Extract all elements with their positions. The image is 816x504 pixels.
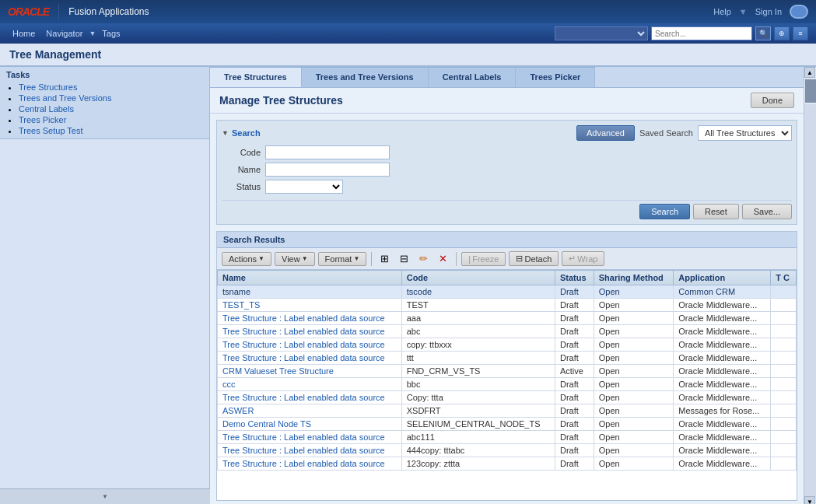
nav-search-input[interactable]: [651, 26, 752, 40]
table-header-row: Name Code Status Sharing Method Applicat…: [218, 271, 797, 285]
tab-tree-structures[interactable]: Tree Structures: [210, 67, 302, 87]
sidebar-item-tree-structures[interactable]: Tree Structures: [19, 82, 77, 92]
nav-search-area: 🔍 ⊕ ≡: [555, 26, 808, 40]
row-name-link[interactable]: Tree Structure : Label enabled data sour…: [222, 313, 385, 323]
code-input[interactable]: [265, 145, 390, 159]
scroll-up-btn[interactable]: ▲: [804, 67, 815, 78]
row-name-link[interactable]: Demo Central Node TS: [222, 419, 311, 429]
search-button[interactable]: Search: [639, 204, 690, 219]
table-row: Tree Structure : Label enabled data sour…: [218, 325, 797, 338]
wrap-button[interactable]: ↵ Wrap: [562, 251, 604, 266]
freeze-button[interactable]: | Freeze: [461, 252, 506, 266]
results-table: Name Code Status Sharing Method Applicat…: [217, 270, 797, 471]
nav-navigator[interactable]: Navigator: [41, 27, 87, 40]
row-name-link[interactable]: Tree Structure : Label enabled data sour…: [222, 459, 385, 468]
edit-icon-btn[interactable]: ✏: [415, 250, 432, 267]
list-item: Central Labels: [19, 104, 203, 114]
sidebar-item-trees-versions[interactable]: Trees and Tree Versions: [19, 93, 111, 103]
row-name-link[interactable]: Tree Structure : Label enabled data sour…: [222, 327, 385, 336]
nav-search-button[interactable]: 🔍: [755, 26, 771, 40]
status-row: Status Draft Active: [222, 180, 792, 194]
results-header: Search Results: [217, 232, 797, 248]
user-avatar: [790, 5, 808, 19]
tab-trees-versions[interactable]: Trees and Tree Versions: [302, 67, 429, 87]
detach-icon-btn[interactable]: ⊟: [396, 250, 412, 267]
delete-icon-btn[interactable]: ✕: [435, 250, 451, 267]
sidebar-task-list: Tree Structures Trees and Tree Versions …: [6, 82, 203, 135]
signin-link[interactable]: Sign In: [755, 7, 782, 16]
sidebar-item-trees-picker[interactable]: Trees Picker: [19, 115, 66, 124]
top-bar: ORACLE Fusion Applications Help ▼ Sign I…: [0, 0, 816, 23]
app-name: Fusion Applications: [68, 6, 149, 17]
row-name-link[interactable]: CRM Valueset Tree Structure: [222, 366, 334, 376]
nav-icon-btn-2[interactable]: ≡: [793, 26, 808, 40]
col-code: Code: [401, 271, 555, 285]
sidebar-scroll-bottom[interactable]: ▼: [0, 488, 210, 504]
row-name-link[interactable]: TEST_TS: [222, 300, 260, 310]
row-name-link[interactable]: Tree Structure : Label enabled data sour…: [222, 393, 385, 402]
saved-search-select[interactable]: All Tree Structures: [698, 125, 792, 141]
table-row: ASWERXSDFRTDraftOpenMessages for Rose...: [218, 404, 797, 418]
table-row: cccbbcDraftOpenOracle Middleware...: [218, 378, 797, 391]
manage-title: Manage Tree Structures: [219, 94, 343, 107]
name-input[interactable]: [265, 163, 390, 177]
actions-button[interactable]: Actions ▼: [222, 252, 271, 266]
search-toggle-icon: ▼: [222, 129, 229, 137]
nav-tags[interactable]: Tags: [97, 27, 124, 40]
tabs-bar: Tree Structures Trees and Tree Versions …: [210, 67, 804, 88]
row-name-link[interactable]: Tree Structure : Label enabled data sour…: [222, 353, 385, 362]
view-button[interactable]: View ▼: [275, 252, 315, 266]
nav-search-select[interactable]: [555, 26, 648, 40]
tab-trees-picker[interactable]: Trees Picker: [516, 67, 595, 87]
detach-button[interactable]: ⊟ Detach: [509, 251, 559, 266]
nav-icon-btn-1[interactable]: ⊕: [774, 26, 790, 40]
row-name-link[interactable]: ASWER: [222, 406, 254, 415]
grid-icon-btn[interactable]: ⊞: [376, 250, 393, 267]
saved-search-label: Saved Search: [639, 128, 693, 138]
search-header-row: ▼ Search Advanced Saved Search All Tree …: [222, 125, 792, 141]
scroll-track: [804, 104, 816, 496]
col-tc: T C: [771, 271, 797, 285]
toolbar-separator-1: [371, 252, 372, 266]
list-item: Trees and Tree Versions: [19, 93, 203, 103]
nav-home[interactable]: Home: [8, 27, 40, 40]
help-link[interactable]: Help: [713, 7, 731, 16]
row-name-link[interactable]: ccc: [222, 380, 236, 389]
search-controls-right: Advanced Saved Search All Tree Structure…: [576, 125, 792, 141]
col-application: Application: [674, 271, 771, 285]
code-row: Code: [222, 145, 792, 159]
status-select[interactable]: Draft Active: [265, 180, 343, 194]
top-right-nav: Help ▼ Sign In: [713, 5, 808, 19]
save-button[interactable]: Save...: [742, 204, 792, 219]
manage-panel: Manage Tree Structures Done ▼ Search Adv…: [210, 88, 804, 504]
reset-button[interactable]: Reset: [693, 204, 739, 219]
advanced-button[interactable]: Advanced: [576, 125, 635, 141]
sidebar-item-trees-setup[interactable]: Trees Setup Test: [19, 126, 83, 135]
nav-navigator-chevron: ▼: [89, 30, 96, 37]
status-label: Status: [222, 182, 261, 191]
row-name-link[interactable]: Tree Structure : Label enabled data sour…: [222, 432, 385, 442]
sidebar-item-central-labels[interactable]: Central Labels: [19, 104, 74, 114]
search-form: Code Name Status Draft Active: [222, 145, 792, 219]
search-section: ▼ Search Advanced Saved Search All Tree …: [216, 120, 797, 225]
done-button[interactable]: Done: [751, 93, 794, 108]
main-layout: Tasks Tree Structures Trees and Tree Ver…: [0, 67, 816, 504]
format-button[interactable]: Format ▼: [318, 252, 367, 266]
row-name-link[interactable]: Tree Structure : Label enabled data sour…: [222, 340, 385, 349]
table-row: Demo Central Node TSSELENIUM_CENTRAL_NOD…: [218, 418, 797, 431]
col-status: Status: [555, 271, 594, 285]
code-label: Code: [222, 148, 261, 157]
right-scrollbar[interactable]: ▲ ▼: [804, 67, 816, 504]
search-toggle[interactable]: ▼ Search: [222, 128, 261, 138]
nav-links: Home Navigator ▼ Tags: [8, 27, 125, 40]
row-name-link[interactable]: Tree Structure : Label enabled data sour…: [222, 446, 385, 455]
scroll-thumb[interactable]: [805, 79, 816, 103]
page-header: Tree Management: [0, 44, 816, 67]
table-row: Tree Structure : Label enabled data sour…: [218, 352, 797, 365]
table-row: Tree Structure : Label enabled data sour…: [218, 312, 797, 325]
tab-central-labels[interactable]: Central Labels: [429, 67, 517, 87]
name-label: Name: [222, 165, 261, 174]
results-title: Search Results: [223, 235, 285, 244]
search-buttons: Search Reset Save...: [222, 200, 792, 219]
scroll-down-btn[interactable]: ▼: [804, 496, 815, 504]
